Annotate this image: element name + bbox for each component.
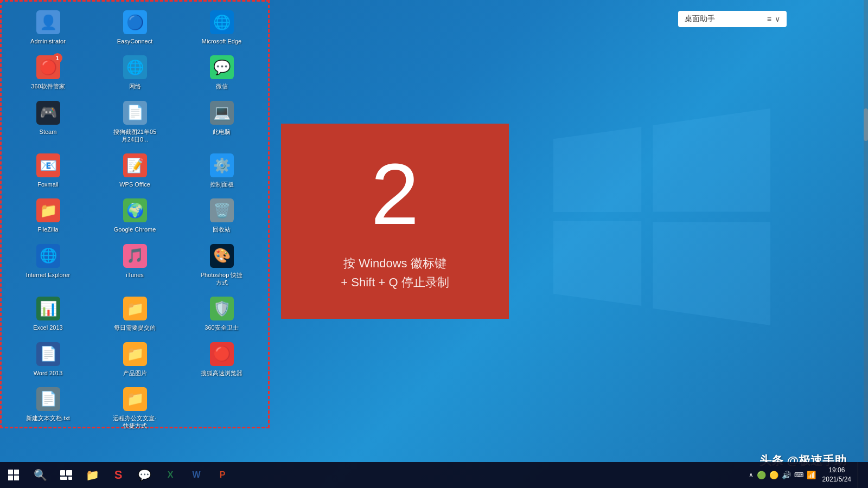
- desktop-icon-word2013[interactable]: 📄Word 2013: [24, 338, 73, 380]
- assistant-menu-icon[interactable]: ≡: [767, 15, 771, 23]
- taskbar-ppt[interactable]: P: [209, 462, 235, 488]
- desktop-icon-chrome[interactable]: 🌍Google Chrome: [111, 194, 159, 236]
- 360guard-label: 360安全卫士: [205, 324, 238, 331]
- taskbar: 🔍 📁 S 💬 X W P ∧ 🟢 🟡 🔊 ⌨ 📶: [0, 462, 868, 488]
- desktop-icon-360manager[interactable]: 🔴1360软件管家: [24, 51, 73, 93]
- desktop-icon-360guard[interactable]: 🛡️360安全卫士: [197, 292, 246, 335]
- scrollbar-thumb[interactable]: [864, 108, 868, 141]
- show-desktop-button[interactable]: [858, 462, 863, 488]
- controlpanel-icon: ⚙️: [209, 152, 235, 178]
- filezilla-label: FileZilla: [38, 226, 59, 233]
- search-button[interactable]: 🔍: [27, 462, 53, 488]
- sogoufast-label: 搜狐高速浏览器: [201, 369, 242, 377]
- tray-expand[interactable]: ∧: [749, 471, 754, 479]
- desktop-icon-controlpanel[interactable]: ⚙️控制面板: [197, 149, 246, 191]
- chrome-icon: 🌍: [122, 197, 148, 223]
- steam-label: Steam: [40, 128, 57, 136]
- wangwang-icon: 🌐: [122, 54, 148, 80]
- office-label: 远程办公文文宣·快捷方式: [113, 414, 157, 430]
- filezilla-icon: 📁: [35, 197, 61, 223]
- recording-counter: 2: [371, 151, 419, 237]
- ie-icon: 🌐: [35, 243, 61, 269]
- desktop-icon-photoshop[interactable]: 🎨Photoshop 快捷方式: [197, 240, 246, 290]
- taskbar-wechat[interactable]: 💬: [131, 462, 157, 488]
- desktop-icon-easyconnect[interactable]: 🔵EasyConnect: [111, 6, 159, 48]
- controlpanel-label: 控制面板: [210, 181, 234, 188]
- desktop-icon-ie[interactable]: 🌐Internet Explorer: [24, 240, 73, 290]
- recording-instruction: 按 Windows 徽标键 + Shift + Q 停止录制: [341, 254, 449, 292]
- desktop-icon-administrator[interactable]: 👤Administrator: [24, 6, 73, 48]
- assistant-expand-icon[interactable]: ∨: [775, 15, 780, 23]
- tray-network[interactable]: 📶: [807, 471, 816, 479]
- sogoufast-icon: 🔴: [209, 341, 235, 367]
- desktop-icon-filezilla[interactable]: 📁FileZilla: [24, 194, 73, 236]
- easyconnect-label: EasyConnect: [117, 37, 152, 45]
- taskbar-sogou[interactable]: S: [105, 462, 131, 488]
- tray-sound[interactable]: 🔊: [782, 471, 791, 479]
- newtxt-icon: 📄: [35, 386, 61, 412]
- desktop-icon-office[interactable]: 📁远程办公文文宣·快捷方式: [111, 383, 159, 433]
- system-tray[interactable]: ∧ 🟢 🟡 🔊 ⌨ 📶: [749, 471, 816, 479]
- products-icon: 📁: [122, 341, 148, 367]
- desktop: 👤Administrator🔵EasyConnect🌐Microsoft Edg…: [0, 0, 868, 488]
- svg-rect-0: [8, 470, 13, 474]
- excel2013-icon: 📊: [35, 296, 61, 322]
- desktop-icon-steam[interactable]: 🎮Steam: [24, 97, 73, 147]
- tray-keyboard: ⌨: [794, 471, 803, 479]
- recycle-icon: 🗑️: [209, 197, 235, 223]
- word2013-label: Word 2013: [34, 369, 63, 377]
- desktop-icon-products[interactable]: 📁产品图片: [111, 338, 159, 380]
- easyconnect-icon: 🔵: [122, 9, 148, 35]
- icons-grid: 👤Administrator🔵EasyConnect🌐Microsoft Edg…: [2, 2, 268, 438]
- wps-label: WPS Office: [119, 181, 150, 188]
- desktop-icon-itunes[interactable]: 🎵iTunes: [111, 240, 159, 290]
- desktop-icon-meiritijiao[interactable]: 📁每日需要提交的: [111, 292, 159, 335]
- desktop-icon-sogoufast[interactable]: 🔴搜狐高速浏览器: [197, 338, 246, 380]
- foxmail-icon: 📧: [35, 152, 61, 178]
- itunes-icon: 🎵: [122, 243, 148, 269]
- desktop-icon-wechat[interactable]: 💬微信: [197, 51, 246, 93]
- clock-time: 19:06: [822, 466, 851, 475]
- desktop-assistant-widget[interactable]: 桌面助手 ≡ ∨: [678, 11, 787, 27]
- wangwang-label: 网络: [129, 82, 141, 90]
- sougou-label: 搜狗截图21年05月24日0...: [113, 128, 157, 144]
- clock[interactable]: 19:06 2021/5/24: [818, 466, 856, 484]
- task-view-button[interactable]: [53, 462, 79, 488]
- scrollbar[interactable]: [864, 0, 868, 461]
- assistant-controls[interactable]: ≡ ∨: [767, 15, 780, 23]
- wechat-label: 微信: [216, 82, 228, 90]
- desktop-icon-recycle[interactable]: 🗑️回收站: [197, 194, 246, 236]
- edge-label: Microsoft Edge: [202, 37, 241, 45]
- recording-overlay: 2 按 Windows 徽标键 + Shift + Q 停止录制: [281, 124, 509, 319]
- taskbar-pinned-apps: 📁 S 💬 X W P: [79, 462, 235, 488]
- taskbar-explorer[interactable]: 📁: [79, 462, 105, 488]
- office-icon: 📁: [122, 386, 148, 412]
- desktop-icon-sougou[interactable]: 📄搜狗截图21年05月24日0...: [111, 97, 159, 147]
- wps-icon: 📝: [122, 152, 148, 178]
- start-button[interactable]: [0, 462, 27, 488]
- word2013-icon: 📄: [35, 341, 61, 367]
- meiritijiao-icon: 📁: [122, 296, 148, 322]
- administrator-icon: 👤: [35, 9, 61, 35]
- desktop-icon-mycomputer[interactable]: 💻此电脑: [197, 97, 246, 147]
- desktop-icon-foxmail[interactable]: 📧Foxmail: [24, 149, 73, 191]
- desktop-icon-wangwang[interactable]: 🌐网络: [111, 51, 159, 93]
- taskbar-excel[interactable]: X: [157, 462, 183, 488]
- desktop-icon-newtxt[interactable]: 📄新建文本文档.txt: [24, 383, 73, 433]
- meiritijiao-label: 每日需要提交的: [114, 324, 156, 331]
- assistant-label: 桌面助手: [685, 14, 763, 24]
- excel2013-label: Excel 2013: [33, 324, 62, 331]
- 360manager-label: 360软件管家: [31, 82, 65, 90]
- taskbar-word[interactable]: W: [183, 462, 209, 488]
- tray-icon-1: 🟢: [757, 471, 766, 479]
- desktop-icon-edge[interactable]: 🌐Microsoft Edge: [197, 6, 246, 48]
- svg-rect-6: [60, 477, 67, 480]
- 360manager-icon: 🔴1: [35, 54, 61, 80]
- svg-rect-5: [66, 470, 72, 476]
- wechat-icon: 💬: [209, 54, 235, 80]
- desktop-icon-excel2013[interactable]: 📊Excel 2013: [24, 292, 73, 335]
- windows-logo-watermark: [553, 108, 770, 325]
- desktop-icon-wps[interactable]: 📝WPS Office: [111, 149, 159, 191]
- svg-rect-1: [14, 470, 19, 474]
- svg-rect-4: [60, 470, 65, 476]
